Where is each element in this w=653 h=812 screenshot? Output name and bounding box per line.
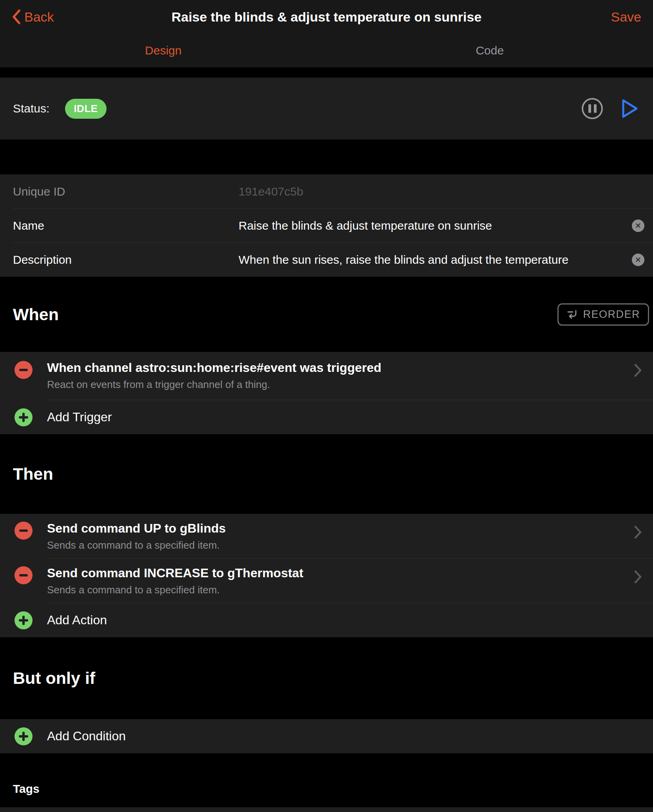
unique-id-row: Unique ID 191e407c5b [0, 174, 653, 208]
plus-icon [14, 727, 33, 745]
name-input[interactable]: Raise the blinds & adjust temperature on… [239, 219, 632, 232]
rule-details-card: Unique ID 191e407c5b Name Raise the blin… [0, 174, 653, 277]
unique-id-value: 191e407c5b [239, 185, 644, 198]
action-text: Send command INCREASE to gThermostat Sen… [47, 565, 303, 596]
action-title: Send command UP to gBlinds [47, 520, 226, 536]
chevron-right-icon [634, 570, 642, 584]
navbar: Back Raise the blinds & adjust temperatu… [0, 0, 653, 67]
save-button[interactable]: Save [611, 9, 642, 25]
add-condition-button[interactable]: Add Condition [0, 719, 653, 753]
then-section-header: Then [0, 434, 653, 514]
tags-title: Tags [13, 782, 40, 796]
action-item[interactable]: Send command UP to gBlinds Sends a comma… [0, 514, 653, 558]
add-trigger-button[interactable]: Add Trigger [0, 400, 653, 434]
actions-card: Send command UP to gBlinds Sends a comma… [0, 514, 653, 637]
trigger-item[interactable]: When channel astro:sun:home:rise#event w… [0, 352, 653, 400]
remove-action-icon[interactable] [14, 522, 33, 540]
name-row: Name Raise the blinds & adjust temperatu… [0, 208, 653, 243]
add-action-label: Add Action [47, 613, 107, 627]
page-title: Raise the blinds & adjust temperature on… [0, 9, 653, 25]
description-row: Description When the sun rises, raise th… [0, 243, 653, 277]
reorder-icon [566, 309, 578, 320]
action-text: Send command UP to gBlinds Sends a comma… [47, 520, 226, 551]
tags-section-header: Tags [0, 753, 653, 807]
trigger-subtitle: React on events from a trigger channel o… [47, 378, 382, 391]
chevron-right-icon [634, 364, 642, 377]
spacer [0, 67, 653, 78]
unique-id-label: Unique ID [13, 185, 239, 198]
clear-description-icon[interactable]: ✕ [632, 254, 644, 266]
plus-icon [14, 408, 33, 426]
when-section-header: When REORDER [0, 277, 653, 352]
action-item[interactable]: Send command INCREASE to gThermostat Sen… [0, 558, 653, 603]
add-action-button[interactable]: Add Action [0, 603, 653, 637]
reorder-button[interactable]: REORDER [557, 303, 649, 326]
add-condition-label: Add Condition [47, 729, 126, 743]
add-trigger-label: Add Trigger [47, 410, 112, 424]
status-controls [582, 98, 639, 119]
navbar-top-row: Back Raise the blinds & adjust temperatu… [0, 0, 653, 34]
status-label: Status: [13, 102, 49, 115]
remove-trigger-icon[interactable] [14, 361, 33, 379]
chevron-left-icon [12, 9, 21, 24]
trigger-title: When channel astro:sun:home:rise#event w… [47, 360, 382, 375]
action-title: Send command INCREASE to gThermostat [47, 565, 303, 581]
then-title: Then [13, 464, 53, 484]
conditions-card: Add Condition [0, 719, 653, 753]
chevron-right-icon [634, 526, 642, 539]
action-subtitle: Sends a command to a specified item. [47, 584, 303, 596]
pause-button[interactable] [582, 98, 603, 119]
when-title: When [13, 305, 59, 324]
spacer [0, 140, 653, 174]
but-only-if-title: But only if [13, 669, 95, 688]
back-label: Back [24, 9, 54, 25]
description-input[interactable]: When the sun rises, raise the blinds and… [239, 253, 632, 266]
plus-icon [14, 611, 33, 629]
action-subtitle: Sends a command to a specified item. [47, 539, 226, 551]
trigger-text: When channel astro:sun:home:rise#event w… [47, 360, 382, 391]
play-button[interactable] [621, 98, 639, 119]
description-label: Description [13, 253, 239, 266]
condition-section-header: But only if [0, 637, 653, 719]
remove-action-icon[interactable] [14, 566, 33, 584]
status-badge: IDLE [65, 99, 106, 119]
back-button[interactable]: Back [12, 9, 54, 25]
next-card-edge [0, 807, 653, 812]
clear-name-icon[interactable]: ✕ [632, 219, 644, 232]
reorder-label: REORDER [583, 308, 640, 321]
name-label: Name [13, 219, 239, 232]
status-row: Status: IDLE [0, 78, 653, 140]
tab-bar: Design Code [0, 34, 653, 67]
triggers-card: When channel astro:sun:home:rise#event w… [0, 352, 653, 434]
tab-design[interactable]: Design [0, 34, 327, 67]
tab-code[interactable]: Code [327, 34, 653, 67]
